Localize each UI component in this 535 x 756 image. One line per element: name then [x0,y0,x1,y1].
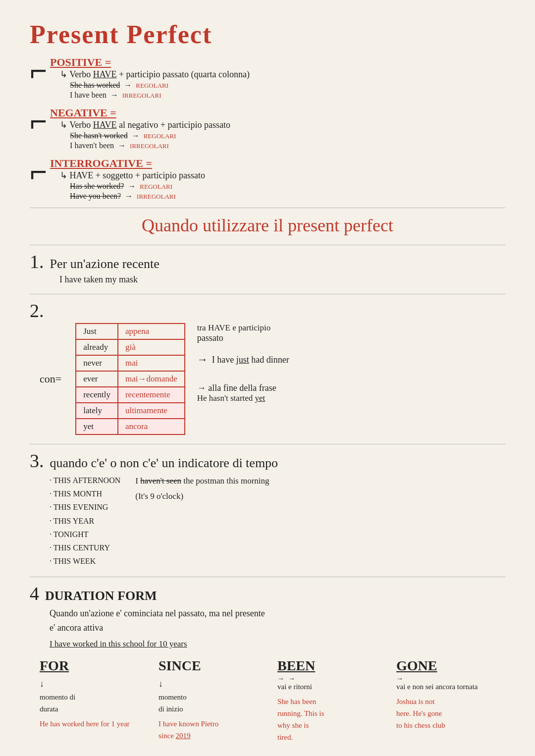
section3-title: quando c'e' o non c'e' un indicatore di … [50,456,278,471]
section1-num: 1. [30,252,44,271]
negative-formula: ↳ Verbo HAVE al negativo + participio pa… [60,119,230,130]
positive-formula: ↳ Verbo HAVE + participio passato (quart… [60,69,250,80]
negative-label: NEGATIVE = [50,107,230,119]
interrogative-example1: Has she worked? → REGOLARI [70,182,205,191]
section4-title: DURATION FORM [45,589,157,603]
adverb-eng-5: lately [76,403,118,419]
duration-desc: Quando un'azione e' cominciata nel passa… [50,606,505,635]
adverb-ita-2: mai [118,355,185,371]
bottom-arrow-group: → alla fine della frase He hasn't starte… [197,383,289,403]
bottom-arrow: → [197,383,206,393]
been-sub: vai e ritorni [277,683,312,691]
time-indicator: · THIS YEAR [50,514,120,528]
con-label: con= [40,373,61,385]
since-sub2: di inizio [159,705,183,713]
adverb-eng-6: yet [76,419,118,434]
since-sub1: momento [159,693,187,701]
section3-example-line2: (It's 9 o'clock) [135,489,269,504]
for-sub1: momento di [40,693,75,701]
been-example: She has beenrunning. This iswhy she isti… [277,696,386,743]
positive-example2: I have been → IRREGOLARI [70,91,250,100]
time-indicators: · THIS AFTERNOON· THIS MONTH· THIS EVENI… [50,474,120,568]
right-example-text: I have just had dinner [212,355,289,365]
gone-sub: vai e non sei ancora tornata [396,683,478,691]
since-col: SINCE ↓ momento di inizio I have known P… [159,658,268,743]
adverb-eng-1: already [76,339,118,355]
gone-body: → vai e non sei ancora tornata [396,677,505,693]
section2: 2. con= Justappenaalreadygiànevermaiever… [30,301,505,435]
for-header: FOR [40,658,149,674]
interrogative-example2: Have you been? → IRREGOLARI [70,192,205,201]
adverb-table: Justappenaalreadygiànevermaievermai→doma… [75,323,185,435]
positive-label: POSITIVE = [50,56,250,69]
page-title: Present Perfect [30,20,505,49]
duration-example: I have worked in this school for 10 year… [50,639,505,649]
positive-bracket: ⌐ [30,56,47,86]
section1: 1. Per un'azione recente I have taken my… [30,252,505,285]
section1-title: Per un'azione recente [50,257,160,271]
for-sub2: durata [40,705,58,713]
interrogative-label: INTERROGATIVE = [50,157,205,170]
section2-num: 2. [30,301,44,320]
divider-4 [30,444,505,444]
section3-num: 3. [30,451,44,470]
section4: 4 DURATION FORM Quando un'azione e' comi… [30,584,505,649]
adverb-ita-1: già [118,339,185,355]
since-header: SINCE [159,658,268,674]
right-top-line2: passato [197,333,223,343]
section3-example: I haven't seen the postman this morning … [135,474,269,504]
divider-3 [30,294,505,294]
for-arrow: ↓ [40,677,149,691]
been-col: BEEN →→ vai e ritorni She has beenrunnin… [277,658,386,743]
adverb-eng-0: Just [76,324,118,339]
adverb-eng-2: never [76,355,118,371]
adverb-ita-5: ultimamente [118,403,185,419]
since-arrow: ↓ [159,677,268,691]
four-columns: FOR ↓ momento di durata He has worked he… [40,658,505,743]
right-example-arrow: → [197,353,208,366]
bottom-line: alla fine della frase [208,383,276,393]
section2-right: tra HAVE e participio passato → I have j… [197,323,289,403]
positive-example2-arrow: → [110,91,118,99]
divider-1 [30,208,505,208]
for-example: He has worked here for 1 year [40,718,149,730]
section1-example: I have taken my mask [59,274,505,285]
time-indicator: · THIS MONTH [50,487,120,500]
for-body: ↓ momento di durata [40,677,149,715]
duration-desc-line2: e' ancora attiva [50,621,505,635]
divider-2 [30,245,505,245]
time-indicator: · THIS EVENING [50,500,120,514]
gone-example: Joshua is nothere. He's goneto his chess… [396,696,505,731]
gone-col: GONE → vai e non sei ancora tornata Josh… [396,658,505,743]
duration-desc-line1: Quando un'azione e' cominciata nel passa… [50,606,505,621]
adverb-eng-4: recently [76,387,118,403]
time-indicator: · THIS WEEK [50,554,120,568]
section4-num: 4 [30,584,39,603]
gone-header: GONE [396,658,505,674]
bottom-example: He hasn't started yet [197,393,266,403]
for-col: FOR ↓ momento di durata He has worked he… [40,658,149,743]
interrogative-formula: ↳ HAVE + soggetto + participio passato [60,170,205,181]
positive-example1: She has worked → REGOLARI [70,81,250,90]
since-body: ↓ momento di inizio [159,677,268,715]
been-header: BEEN [277,658,386,674]
adverb-ita-4: recentemente [118,387,185,403]
section3: 3. quando c'e' o non c'e' un indicatore … [30,451,505,568]
positive-example1-arrow: → [124,81,132,89]
time-indicator: · THIS AFTERNOON [50,474,120,487]
negative-example2: I haven't been → IRREGOLARI [70,141,230,150]
time-indicator: · TONIGHT [50,528,120,541]
been-body: →→ vai e ritorni [277,677,386,693]
when-heading: Quando utilizzare il present perfect [30,215,505,236]
time-indicator: · THIS CENTURY [50,541,120,554]
adverb-ita-6: ancora [118,419,185,434]
divider-5 [30,577,505,577]
adverb-ita-0: appena [118,324,185,339]
adverb-eng-3: ever [76,371,118,387]
negative-example1: She hasn't worked → REGOLARI [70,131,230,140]
since-example: I have known Pietrosince 2019 [159,718,268,742]
adverb-ita-3: mai→domande [118,371,185,387]
right-top-line1: tra HAVE e participio [197,323,270,333]
negative-bracket: ⌐ [30,107,47,136]
interrogative-bracket: ⌐ [30,157,47,187]
